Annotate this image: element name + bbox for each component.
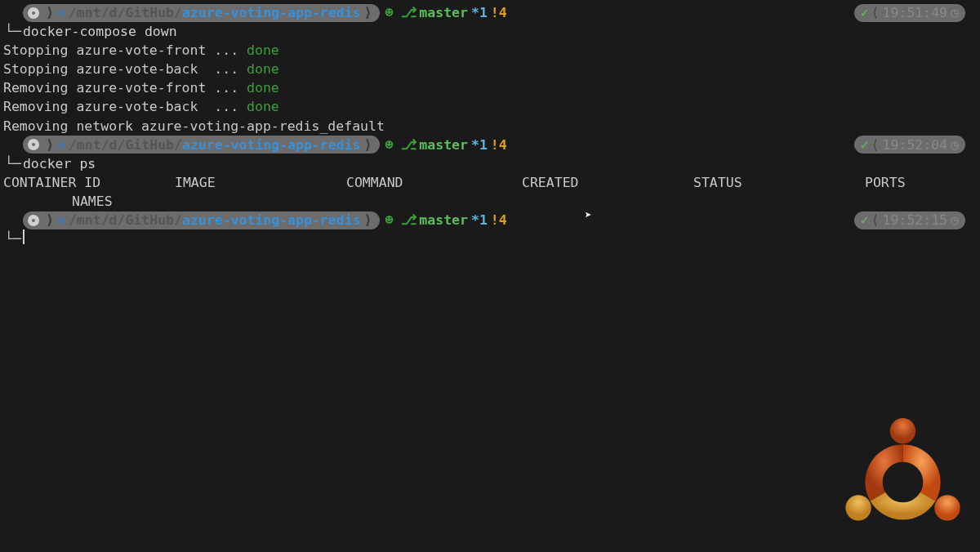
git-branch-segment: ☻ ⎇ master *1 !4 bbox=[385, 3, 506, 22]
tilde-icon: ≈ bbox=[57, 211, 65, 229]
prompt-path-pill: ⟩ ≈ /mnt / d / GitHub / azure-voting-app… bbox=[23, 211, 380, 229]
path-seg: GitHub bbox=[125, 211, 174, 229]
prompt-connector-icon: └─ bbox=[5, 154, 21, 173]
branch-name: master bbox=[419, 136, 468, 154]
path-seg: /mnt bbox=[69, 211, 101, 229]
output-line: Removing azure-vote-back ... done bbox=[0, 97, 980, 116]
prompt-connector-icon: └─ bbox=[5, 229, 21, 248]
path-sep: / bbox=[118, 136, 126, 154]
check-icon: ✓ bbox=[861, 3, 869, 22]
path-seg: /mnt bbox=[69, 3, 101, 22]
path-sep: / bbox=[118, 3, 126, 22]
git-branch-icon: ☻ ⎇ bbox=[385, 3, 417, 22]
command-text: docker ps bbox=[23, 154, 96, 173]
ubuntu-icon bbox=[28, 7, 39, 19]
col-command: COMMAND bbox=[346, 173, 522, 192]
svg-point-0 bbox=[890, 418, 915, 443]
chevron-left-icon: ⟨ bbox=[871, 136, 880, 154]
git-branch-icon: ☻ ⎇ bbox=[385, 211, 417, 229]
git-branch-segment: ☻ ⎇ master *1 !4 bbox=[385, 211, 506, 229]
path-seg: d bbox=[109, 136, 118, 154]
output-line: Removing azure-vote-front ... done bbox=[0, 78, 980, 97]
col-created: CREATED bbox=[522, 173, 693, 192]
branch-staged: *1 bbox=[471, 3, 488, 22]
path-sep: / bbox=[118, 211, 126, 229]
tilde-icon: ≈ bbox=[57, 3, 65, 22]
check-icon: ✓ bbox=[861, 136, 869, 154]
prompt-connector-icon: └─ bbox=[5, 22, 21, 41]
svg-point-2 bbox=[845, 495, 871, 520]
command-line-active[interactable]: └─ bbox=[0, 229, 980, 248]
branch-modified: !4 bbox=[491, 211, 507, 229]
branch-staged: *1 bbox=[471, 211, 488, 229]
path-seg: /mnt bbox=[69, 136, 101, 154]
chevron-left-icon: ⟨ bbox=[871, 211, 880, 229]
time-pill: ✓ ⟨ 19:51:49 ◷ bbox=[854, 4, 965, 22]
path-seg: d bbox=[109, 3, 118, 22]
branch-staged: *1 bbox=[471, 136, 488, 154]
git-branch-segment: ☻ ⎇ master *1 !4 bbox=[385, 136, 506, 154]
branch-name: master bbox=[419, 211, 468, 229]
col-names: NAMES bbox=[0, 192, 980, 211]
chevron-right-icon: ⟩ bbox=[364, 136, 372, 154]
chevron-left-icon: ⟨ bbox=[871, 3, 880, 22]
tilde-icon: ≈ bbox=[57, 136, 65, 154]
branch-modified: !4 bbox=[491, 136, 507, 154]
path-sep: / bbox=[101, 136, 109, 154]
check-icon: ✓ bbox=[861, 211, 869, 229]
path-repo: azure-voting-app-redis bbox=[182, 211, 361, 229]
path-seg: GitHub bbox=[125, 136, 174, 154]
path-sep: / bbox=[101, 3, 109, 22]
chevron-right-icon: ⟩ bbox=[364, 3, 372, 22]
terminal[interactable]: ⟩ ≈ /mnt / d / GitHub / azure-voting-app… bbox=[0, 0, 980, 248]
prompt-line-3: ⟩ ≈ /mnt / d / GitHub / azure-voting-app… bbox=[0, 211, 980, 229]
svg-point-1 bbox=[934, 495, 960, 520]
cursor bbox=[23, 229, 24, 244]
chevron-right-icon: ⟩ bbox=[46, 3, 54, 22]
ubuntu-icon bbox=[28, 139, 39, 150]
col-container-id: CONTAINER ID bbox=[3, 173, 175, 192]
path-sep: / bbox=[174, 136, 182, 154]
clock-icon: ◷ bbox=[951, 211, 959, 229]
col-image: IMAGE bbox=[175, 173, 346, 192]
branch-name: master bbox=[419, 3, 468, 22]
col-ports: PORTS bbox=[865, 173, 980, 192]
ubuntu-logo-icon bbox=[835, 411, 970, 545]
path-seg: GitHub bbox=[125, 3, 174, 22]
prompt-line-2: ⟩ ≈ /mnt / d / GitHub / azure-voting-app… bbox=[0, 136, 980, 154]
clock-icon: ◷ bbox=[951, 3, 959, 22]
path-sep: / bbox=[174, 211, 182, 229]
clock-icon: ◷ bbox=[951, 136, 959, 154]
command-text: docker-compose down bbox=[23, 22, 177, 41]
col-status: STATUS bbox=[693, 173, 865, 192]
prompt-line-1: ⟩ ≈ /mnt / d / GitHub / azure-voting-app… bbox=[0, 3, 980, 22]
time-pill: ✓ ⟨ 19:52:04 ◷ bbox=[854, 136, 965, 154]
timestamp: 19:51:49 bbox=[883, 3, 947, 22]
timestamp: 19:52:15 bbox=[883, 211, 947, 229]
path-sep: / bbox=[101, 211, 109, 229]
output-line: Stopping azure-vote-back ... done bbox=[0, 60, 980, 78]
docker-ps-header: CONTAINER ID IMAGE COMMAND CREATED STATU… bbox=[0, 173, 980, 192]
path-repo: azure-voting-app-redis bbox=[182, 136, 361, 154]
chevron-right-icon: ⟩ bbox=[46, 136, 54, 154]
path-repo: azure-voting-app-redis bbox=[182, 3, 361, 22]
ubuntu-icon bbox=[28, 215, 39, 226]
path-seg: d bbox=[109, 211, 118, 229]
output-line: Stopping azure-vote-front ... done bbox=[0, 41, 980, 60]
command-line: └─ docker-compose down bbox=[0, 22, 980, 41]
chevron-right-icon: ⟩ bbox=[46, 211, 54, 229]
path-sep: / bbox=[174, 3, 182, 22]
prompt-path-pill: ⟩ ≈ /mnt / d / GitHub / azure-voting-app… bbox=[23, 136, 380, 154]
timestamp: 19:52:04 bbox=[883, 136, 947, 154]
branch-modified: !4 bbox=[491, 3, 507, 22]
command-line: └─ docker ps bbox=[0, 154, 980, 173]
output-line: Removing network azure-voting-app-redis_… bbox=[0, 117, 980, 136]
chevron-right-icon: ⟩ bbox=[364, 211, 372, 229]
prompt-path-pill: ⟩ ≈ /mnt / d / GitHub / azure-voting-app… bbox=[23, 4, 380, 22]
git-branch-icon: ☻ ⎇ bbox=[385, 136, 417, 154]
time-pill: ✓ ⟨ 19:52:15 ◷ bbox=[854, 211, 965, 229]
